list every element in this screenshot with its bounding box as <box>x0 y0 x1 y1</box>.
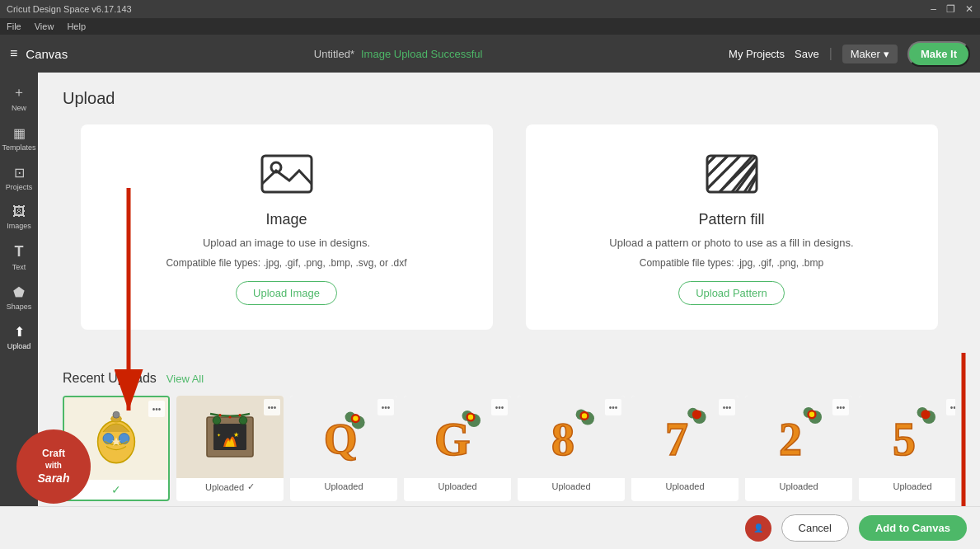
svg-text:5: 5 <box>893 414 916 465</box>
watermark: Craft with Sarah <box>16 429 91 504</box>
thumbnail-item[interactable]: 5 ••• Uploaded <box>859 396 955 501</box>
menu-file[interactable]: File <box>7 21 21 31</box>
thumb-img: Q ••• <box>290 396 397 478</box>
make-it-btn[interactable]: Make It <box>907 41 970 67</box>
pattern-card-compat: Compatible file types: .jpg, .gif, .png,… <box>640 257 823 269</box>
thumb-img: 8 ••• <box>518 396 625 478</box>
new-icon: ＋ <box>12 84 26 101</box>
svg-point-53 <box>809 412 814 417</box>
thumb-more-btn[interactable]: ••• <box>264 399 280 415</box>
svg-point-25 <box>218 414 221 416</box>
success-message: Image Upload Successful <box>361 48 482 60</box>
menu-help[interactable]: Help <box>67 21 86 31</box>
thumb-more-btn[interactable]: ••• <box>491 399 508 415</box>
pattern-card-icon <box>699 149 765 199</box>
projects-icon: ⊡ <box>14 165 25 181</box>
thumbnail-item[interactable]: ★ ✦ ••• Uploaded ✓ <box>176 396 284 501</box>
sidebar-item-projects[interactable]: ⊡ Projects <box>0 160 38 196</box>
svg-text:8: 8 <box>551 414 574 465</box>
bottom-bar: 👤 Cancel Add to Canvas <box>0 506 980 549</box>
thumb-more-btn[interactable]: ••• <box>832 399 849 415</box>
avatar-icon: 👤 <box>753 523 763 533</box>
save-btn[interactable]: Save <box>795 48 819 60</box>
cancel-btn[interactable]: Cancel <box>781 514 849 542</box>
view-all-link[interactable]: View All <box>166 373 204 385</box>
sidebar-item-templates[interactable]: ▦ Templates <box>0 120 38 157</box>
svg-point-20 <box>119 434 129 444</box>
svg-point-26 <box>228 415 231 418</box>
pattern-card-title: Pattern fill <box>698 211 764 228</box>
shapes-icon: ⬟ <box>13 284 25 300</box>
user-avatar: 👤 <box>745 515 771 542</box>
thumb-label: Uploaded <box>290 478 397 495</box>
thumb-img: G ••• <box>404 396 511 478</box>
thumb-img: 7 ••• <box>631 396 739 478</box>
svg-point-44 <box>582 413 587 418</box>
image-card-compat: Compatible file types: .jpg, .gif, .png,… <box>166 257 406 269</box>
thumbnail-item[interactable]: G ••• Uploaded <box>404 396 511 501</box>
maker-btn[interactable]: Maker ▾ <box>842 45 898 63</box>
upload-title: Upload <box>63 89 955 108</box>
thumb-more-btn[interactable]: ••• <box>605 399 621 415</box>
svg-point-19 <box>103 434 114 444</box>
image-card-icon <box>254 149 320 199</box>
hamburger-icon[interactable]: ≡ <box>10 46 17 61</box>
close-btn[interactable]: ✕ <box>965 3 973 15</box>
svg-point-48 <box>692 410 701 419</box>
minimize-btn[interactable]: – <box>931 3 936 15</box>
svg-point-24 <box>239 416 247 425</box>
templates-icon: ▦ <box>13 125 26 141</box>
sidebar-templates-label: Templates <box>2 143 35 152</box>
svg-point-39 <box>468 415 473 420</box>
checkmark-icon: ✓ <box>247 481 255 492</box>
sidebar-item-text[interactable]: T Text <box>0 238 38 276</box>
upload-pattern-btn[interactable]: Upload Pattern <box>678 281 785 305</box>
watermark-text: Craft with Sarah <box>38 448 70 486</box>
doc-title: Untitled* <box>314 48 354 60</box>
svg-rect-0 <box>262 156 312 192</box>
thumb-more-btn[interactable]: ••• <box>719 399 735 415</box>
add-to-canvas-btn[interactable]: Add to Canvas <box>859 515 967 541</box>
sidebar-item-upload[interactable]: ⬆ Upload <box>0 319 38 355</box>
thumb-img: ★ ✦ ••• <box>176 396 284 478</box>
thumb-label: Uploaded <box>631 478 739 495</box>
sidebar-projects-label: Projects <box>6 183 33 191</box>
menu-bar: File View Help <box>0 18 980 35</box>
my-projects-btn[interactable]: My Projects <box>729 48 785 60</box>
checkmark-icon: ✓ <box>111 483 121 496</box>
chevron-down-icon: ▾ <box>884 48 889 60</box>
sidebar-item-new[interactable]: ＋ New <box>0 79 38 117</box>
sidebar-upload-label: Upload <box>7 342 31 350</box>
svg-line-11 <box>707 156 728 176</box>
thumbnail-item[interactable]: 2 ••• Uploaded <box>745 396 852 501</box>
pattern-icon-svg <box>703 149 761 199</box>
sidebar-item-images[interactable]: 🖼 Images <box>0 199 38 235</box>
thumbnail-item[interactable]: 8 ••• Uploaded <box>518 396 625 501</box>
pattern-card-desc: Upload a pattern or photo to use as a fi… <box>609 237 853 249</box>
upload-panel: Upload Image Upload an image to use in d… <box>38 73 980 371</box>
thumb-label: Uploaded <box>745 478 852 495</box>
svg-text:✦: ✦ <box>217 432 221 438</box>
app-header: ≡ Canvas Untitled* Image Upload Successf… <box>0 35 980 73</box>
sidebar-shapes-label: Shapes <box>7 303 32 311</box>
svg-point-18 <box>113 411 120 418</box>
thumb-more-btn[interactable]: ••• <box>377 399 394 415</box>
text-icon: T <box>15 243 24 260</box>
svg-point-57 <box>921 410 930 419</box>
thumb-more-btn[interactable]: ••• <box>148 401 165 417</box>
upload-image-btn[interactable]: Upload Image <box>236 281 337 305</box>
image-upload-card: Image Upload an image to use in designs.… <box>81 124 493 330</box>
restore-btn[interactable]: ❐ <box>946 3 955 15</box>
main-layout: ＋ New ▦ Templates ⊡ Projects 🖼 Images T … <box>0 73 980 549</box>
thumb-img: 2 ••• <box>745 396 852 478</box>
thumbnails-row1: ••• ✓ <box>63 396 955 501</box>
thumbnail-item[interactable]: Q ••• Uploaded <box>290 396 397 501</box>
svg-text:7: 7 <box>665 414 688 465</box>
pattern-upload-card: Pattern fill Upload a pattern or photo t… <box>526 124 938 330</box>
sidebar-item-shapes[interactable]: ⬟ Shapes <box>0 279 38 316</box>
thumbnail-item[interactable]: 7 ••• Uploaded <box>631 396 739 501</box>
thumb-more-btn[interactable]: ••• <box>946 399 955 415</box>
thumb-label: Uploaded ✓ <box>176 478 284 495</box>
sidebar-text-label: Text <box>12 263 26 271</box>
menu-view[interactable]: View <box>35 21 54 31</box>
